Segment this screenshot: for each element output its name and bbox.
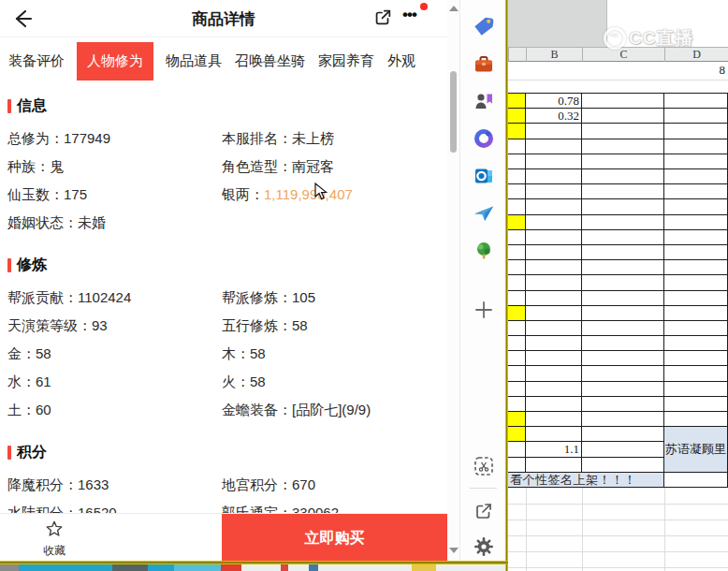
table-cell[interactable]	[664, 366, 728, 381]
table-cell[interactable]	[664, 184, 728, 199]
table-cell[interactable]	[582, 366, 664, 381]
table-cell[interactable]	[664, 473, 728, 488]
table-cell[interactable]	[508, 351, 526, 366]
table-cell[interactable]	[664, 336, 728, 351]
table-cell[interactable]	[582, 321, 664, 336]
table-cell[interactable]	[526, 366, 582, 381]
table-cell[interactable]	[526, 245, 582, 260]
table-cell[interactable]	[582, 139, 664, 154]
table-cell[interactable]	[664, 169, 728, 184]
table-cell[interactable]	[526, 306, 582, 321]
table-cell[interactable]	[664, 215, 728, 230]
external-link-icon[interactable]	[473, 500, 495, 522]
contacts-icon[interactable]	[473, 90, 495, 112]
table-cell[interactable]	[508, 169, 526, 184]
table-cell[interactable]	[664, 230, 728, 245]
tab-1[interactable]: 人物修为	[77, 42, 153, 81]
table-cell[interactable]	[526, 291, 582, 306]
table-cell[interactable]	[582, 154, 664, 169]
table-cell[interactable]	[526, 458, 582, 473]
value-cell[interactable]: 1.1	[526, 442, 582, 457]
scrollbar-thumb[interactable]	[450, 71, 457, 153]
table-cell[interactable]	[526, 382, 582, 397]
table-cell[interactable]	[582, 169, 664, 184]
table-cell[interactable]	[508, 184, 526, 199]
col-header-d[interactable]: D	[664, 48, 728, 62]
table-cell[interactable]	[508, 139, 526, 154]
table-cell[interactable]	[526, 275, 582, 290]
table-cell[interactable]	[582, 291, 664, 306]
table-cell[interactable]	[664, 382, 728, 397]
table-cell[interactable]	[526, 260, 582, 275]
table-cell[interactable]	[582, 336, 664, 351]
table-cell[interactable]	[508, 382, 526, 397]
table-cell[interactable]	[526, 321, 582, 336]
table-cell[interactable]	[582, 351, 664, 366]
table-cell[interactable]	[526, 199, 582, 214]
table-cell[interactable]	[508, 94, 526, 109]
table-cell[interactable]	[526, 412, 582, 427]
table-cell[interactable]	[508, 275, 526, 290]
table-cell[interactable]	[582, 397, 664, 412]
table-cell[interactable]	[582, 94, 664, 109]
table-cell[interactable]	[664, 260, 728, 275]
table-cell[interactable]	[508, 336, 526, 351]
table-cell[interactable]	[526, 215, 582, 230]
snip-icon[interactable]	[473, 455, 495, 477]
tab-3[interactable]: 召唤兽坐骑	[234, 42, 306, 81]
table-cell[interactable]	[582, 124, 664, 139]
buy-now-button[interactable]: 立即购买	[222, 514, 447, 563]
table-cell[interactable]	[508, 154, 526, 169]
cell-top-value[interactable]: 8	[720, 63, 726, 78]
table-cell[interactable]	[664, 321, 728, 336]
table-cell[interactable]	[664, 94, 728, 109]
table-cell[interactable]	[664, 275, 728, 290]
col-header-a[interactable]	[508, 48, 526, 62]
table-cell[interactable]	[582, 427, 664, 442]
scroll-up-arrow[interactable]	[449, 6, 459, 11]
table-cell[interactable]	[526, 351, 582, 366]
table-cell[interactable]	[508, 215, 526, 230]
vertical-scrollbar[interactable]	[447, 0, 459, 562]
table-cell[interactable]	[664, 351, 728, 366]
outlook-icon[interactable]	[473, 165, 495, 187]
table-cell[interactable]	[508, 427, 526, 442]
table-cell[interactable]	[508, 199, 526, 214]
tab-5[interactable]: 外观	[386, 42, 416, 81]
table-cell[interactable]	[526, 154, 582, 169]
favorite-button[interactable]: 收藏	[28, 520, 80, 559]
table-cell[interactable]	[664, 199, 728, 214]
table-cell[interactable]	[508, 306, 526, 321]
tab-2[interactable]: 物品道具	[165, 42, 223, 81]
table-cell[interactable]	[526, 139, 582, 154]
merged-note-cell[interactable]: 看个性签名上架！！！	[508, 473, 664, 488]
add-icon[interactable]	[473, 299, 495, 321]
col-header-b[interactable]: B	[526, 48, 582, 62]
table-cell[interactable]	[526, 336, 582, 351]
table-cell[interactable]	[508, 260, 526, 275]
table-cell[interactable]	[508, 109, 526, 124]
table-cell[interactable]	[664, 124, 728, 139]
toolbox-icon[interactable]	[473, 52, 495, 75]
table-cell[interactable]	[582, 215, 664, 230]
table-cell[interactable]	[664, 109, 728, 124]
table-cell[interactable]	[582, 260, 664, 275]
table-cell[interactable]	[526, 397, 582, 412]
table-cell[interactable]	[582, 382, 664, 397]
table-cell[interactable]	[582, 306, 664, 321]
table-cell[interactable]	[582, 275, 664, 290]
table-cell[interactable]	[526, 124, 582, 139]
table-cell[interactable]	[664, 412, 728, 427]
table-cell[interactable]	[664, 139, 728, 154]
paper-plane-icon[interactable]	[473, 202, 495, 225]
value-cell[interactable]: 0.32	[526, 109, 582, 124]
table-cell[interactable]	[664, 154, 728, 169]
table-cell[interactable]	[508, 124, 526, 139]
settings-gear-icon[interactable]	[473, 535, 495, 558]
table-cell[interactable]	[508, 366, 526, 381]
table-cell[interactable]	[526, 169, 582, 184]
table-cell[interactable]	[664, 291, 728, 306]
table-cell[interactable]	[664, 245, 728, 260]
table-cell[interactable]	[508, 397, 526, 412]
loop-swirl-icon[interactable]	[473, 127, 495, 150]
